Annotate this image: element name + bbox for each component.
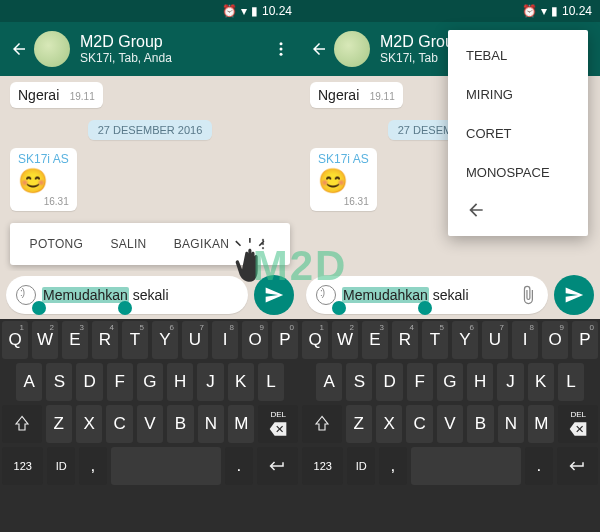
key-q[interactable]: 1Q [2,321,28,359]
key-y[interactable]: 6Y [452,321,478,359]
key-h[interactable]: H [167,363,193,401]
key-p[interactable]: 0P [572,321,598,359]
menu-back[interactable] [448,192,588,230]
key-d[interactable]: D [76,363,102,401]
key-k[interactable]: K [528,363,554,401]
key-lang[interactable]: ID [347,447,375,485]
key-space[interactable] [111,447,221,485]
key-p[interactable]: 0P [272,321,298,359]
key-a[interactable]: A [16,363,42,401]
key-enter[interactable] [257,447,298,485]
key-b[interactable]: B [467,405,493,443]
key-r[interactable]: 4R [392,321,418,359]
backspace-icon [268,419,288,439]
emoji-icon[interactable] [316,285,336,305]
key-w[interactable]: 2W [332,321,358,359]
message-bubble[interactable]: SK17i AS 😊 16.31 [310,148,377,211]
key-comma[interactable]: , [379,447,407,485]
message-bubble[interactable]: SK17i AS 😊 16.31 [10,148,77,211]
key-c[interactable]: C [106,405,132,443]
selection-handle[interactable] [418,301,432,315]
key-comma[interactable]: , [79,447,107,485]
key-i[interactable]: 8I [212,321,238,359]
copy-button[interactable]: SALIN [110,237,146,251]
menu-monospace[interactable]: MONOSPACE [448,153,588,192]
key-j[interactable]: J [197,363,223,401]
key-g[interactable]: G [437,363,463,401]
menu-bold[interactable]: TEBAL [448,36,588,75]
key-s[interactable]: S [46,363,72,401]
key-t[interactable]: 5T [422,321,448,359]
key-backspace[interactable]: DEL [558,405,598,443]
key-y[interactable]: 6Y [152,321,178,359]
selection-handle[interactable] [332,301,346,315]
key-d[interactable]: D [376,363,402,401]
key-period[interactable]: . [225,447,253,485]
key-j[interactable]: J [497,363,523,401]
key-backspace[interactable]: DEL [258,405,298,443]
key-t[interactable]: 5T [122,321,148,359]
key-v[interactable]: V [437,405,463,443]
key-n[interactable]: N [198,405,224,443]
input-row: Memudahkan sekali [300,271,600,319]
key-f[interactable]: F [407,363,433,401]
key-k[interactable]: K [228,363,254,401]
key-s[interactable]: S [346,363,372,401]
more-icon[interactable] [272,40,290,58]
header-title[interactable]: M2D Group SK17i, Tab, Anda [80,33,272,65]
key-z[interactable]: Z [346,405,372,443]
attach-icon[interactable] [518,285,538,305]
message-bubble[interactable]: Ngerai 19.11 [10,82,103,108]
share-button[interactable]: BAGIKAN [174,237,229,251]
key-w[interactable]: 2W [32,321,58,359]
key-i[interactable]: 8I [512,321,538,359]
key-h[interactable]: H [467,363,493,401]
selection-handle[interactable] [32,301,46,315]
key-e[interactable]: 3E [62,321,88,359]
key-period[interactable]: . [525,447,553,485]
key-c[interactable]: C [406,405,432,443]
key-f[interactable]: F [107,363,133,401]
selection-handle[interactable] [118,301,132,315]
key-shift[interactable] [2,405,42,443]
key-a[interactable]: A [316,363,342,401]
key-u[interactable]: 7U [182,321,208,359]
key-lang[interactable]: ID [47,447,75,485]
key-v[interactable]: V [137,405,163,443]
key-g[interactable]: G [137,363,163,401]
emoji-icon[interactable] [16,285,36,305]
key-r[interactable]: 4R [92,321,118,359]
key-l[interactable]: L [558,363,584,401]
key-m[interactable]: M [528,405,554,443]
key-u[interactable]: 7U [482,321,508,359]
key-q[interactable]: 1Q [302,321,328,359]
back-icon[interactable] [310,40,328,58]
key-shift[interactable] [302,405,342,443]
svg-point-1 [280,48,283,51]
avatar[interactable] [34,31,70,67]
message-bubble[interactable]: Ngerai 19.11 [310,82,403,108]
key-o[interactable]: 9O [542,321,568,359]
key-e[interactable]: 3E [362,321,388,359]
screen-left: ⏰ ▾ ▮ 10.24 M2D Group SK17i, Tab, Anda N… [0,0,300,532]
back-icon[interactable] [10,40,28,58]
key-x[interactable]: X [76,405,102,443]
menu-italic[interactable]: MIRING [448,75,588,114]
key-enter[interactable] [557,447,598,485]
key-m[interactable]: M [228,405,254,443]
key-z[interactable]: Z [46,405,72,443]
key-o[interactable]: 9O [242,321,268,359]
message-sender: SK17i AS [318,152,369,166]
key-l[interactable]: L [258,363,284,401]
menu-strike[interactable]: CORET [448,114,588,153]
key-b[interactable]: B [167,405,193,443]
avatar[interactable] [334,31,370,67]
key-space[interactable] [411,447,521,485]
cut-button[interactable]: POTONG [30,237,84,251]
key-x[interactable]: X [376,405,402,443]
key-n[interactable]: N [498,405,524,443]
battery-icon: ▮ [551,4,558,18]
key-symbols[interactable]: 123 [2,447,43,485]
send-button[interactable] [554,275,594,315]
key-symbols[interactable]: 123 [302,447,343,485]
